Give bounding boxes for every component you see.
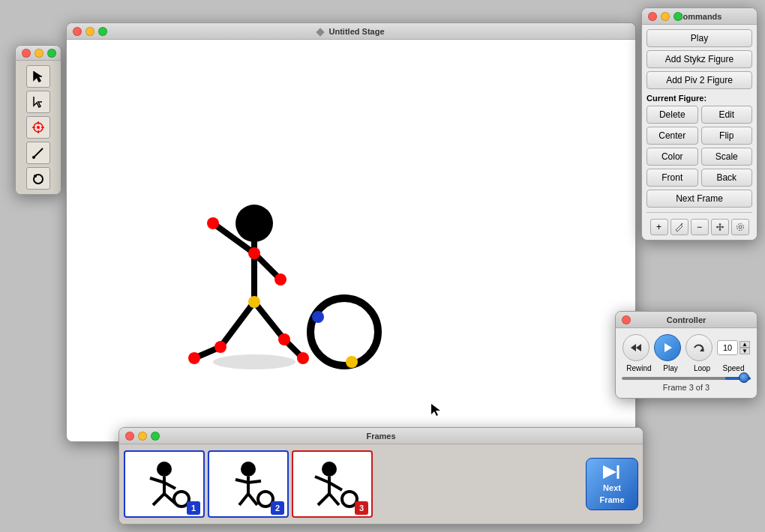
svg-point-27 xyxy=(310,298,378,366)
speed-stepper[interactable]: ▲ ▼ xyxy=(740,341,750,354)
stage-traffic-lights xyxy=(73,27,107,36)
commands-toolbar: + − xyxy=(646,219,752,235)
svg-point-20 xyxy=(274,273,286,285)
svg-line-14 xyxy=(220,302,254,347)
svg-point-9 xyxy=(34,175,37,178)
svg-point-38 xyxy=(739,226,742,229)
controller-close-btn[interactable] xyxy=(622,315,631,324)
svg-line-53 xyxy=(236,480,248,483)
svg-marker-37 xyxy=(722,226,724,229)
stage-zoom-btn[interactable] xyxy=(98,27,107,36)
flip-button[interactable]: Flip xyxy=(701,127,753,145)
stage-canvas[interactable] xyxy=(67,40,635,441)
play-button[interactable]: Play xyxy=(646,29,752,47)
next-frame-label-line2: Frame xyxy=(599,495,624,504)
arrow-select-2-tool[interactable] xyxy=(26,91,50,113)
slider-track[interactable] xyxy=(622,377,751,380)
minus-icon[interactable]: − xyxy=(691,219,709,235)
speed-control: 10 ▲ ▼ xyxy=(717,340,750,355)
svg-point-19 xyxy=(207,217,219,229)
controller-buttons: 10 ▲ ▼ xyxy=(622,334,751,361)
rewind-button[interactable] xyxy=(622,334,650,361)
controller-slider[interactable] xyxy=(622,377,751,380)
frames-minimize-btn[interactable] xyxy=(138,432,147,441)
next-frame-label-line1: Next xyxy=(603,483,621,492)
svg-point-58 xyxy=(322,462,337,477)
add-icon[interactable]: + xyxy=(650,219,668,235)
svg-line-61 xyxy=(329,483,342,490)
frame-2[interactable]: 2 xyxy=(208,450,289,518)
center-button[interactable]: Center xyxy=(646,127,698,145)
svg-line-60 xyxy=(315,477,329,483)
svg-point-51 xyxy=(241,462,256,477)
line-tool[interactable] xyxy=(26,142,50,164)
slider-thumb[interactable] xyxy=(739,372,749,383)
play-ctrl-button[interactable] xyxy=(654,334,681,361)
controller-labels: Rewind Play Loop Speed xyxy=(622,364,751,372)
target-tool[interactable] xyxy=(26,116,50,139)
toolbox-minimize-btn[interactable] xyxy=(34,49,44,58)
stage-close-btn[interactable] xyxy=(73,27,82,36)
svg-line-6 xyxy=(34,148,43,157)
commands-minimize-btn[interactable] xyxy=(661,12,670,21)
toolbox-zoom-btn[interactable] xyxy=(47,49,56,58)
svg-marker-41 xyxy=(636,344,641,351)
svg-point-21 xyxy=(214,341,226,353)
toolbox-titlebar xyxy=(16,46,61,61)
commands-body: Play Add Stykz Figure Add Piv 2 Figure C… xyxy=(642,25,757,240)
speed-up-btn[interactable]: ▲ xyxy=(740,341,750,348)
frame-2-number: 2 xyxy=(271,501,284,515)
frame-1-number: 1 xyxy=(187,501,200,515)
front-back-row: Front Back xyxy=(646,169,752,187)
add-piv2-button[interactable]: Add Piv 2 Figure xyxy=(646,71,752,89)
edit-button[interactable]: Edit xyxy=(701,106,753,124)
frames-close-btn[interactable] xyxy=(125,432,134,441)
frames-title: Frames xyxy=(366,432,395,441)
svg-point-29 xyxy=(346,356,358,368)
svg-marker-36 xyxy=(716,226,718,229)
next-frame-button[interactable]: Next Frame xyxy=(646,190,752,208)
svg-line-47 xyxy=(164,483,176,489)
arrow-select-tool[interactable] xyxy=(26,65,50,88)
front-button[interactable]: Front xyxy=(646,169,698,187)
svg-marker-30 xyxy=(431,404,440,416)
stage-window: Untitled Stage xyxy=(66,22,636,442)
frame-1-thumbnail xyxy=(136,460,193,509)
pencil-icon[interactable] xyxy=(670,219,688,235)
stage-minimize-btn[interactable] xyxy=(86,27,94,36)
svg-point-23 xyxy=(188,352,200,364)
svg-point-25 xyxy=(248,296,260,308)
commands-titlebar: Commands xyxy=(642,8,757,25)
frame-1[interactable]: 1 xyxy=(124,450,205,518)
stage-titlebar: Untitled Stage xyxy=(67,23,635,40)
controller-body: 10 ▲ ▼ Rewind Play Loop Speed Frame 3 of… xyxy=(616,328,757,398)
toolbox-close-btn[interactable] xyxy=(22,49,31,58)
loop-button[interactable] xyxy=(686,334,712,361)
add-stykz-button[interactable]: Add Stykz Figure xyxy=(646,50,752,68)
speed-down-btn[interactable]: ▼ xyxy=(740,348,750,354)
svg-point-24 xyxy=(297,352,309,364)
play-ctrl-label: Play xyxy=(657,364,684,372)
circle-tool[interactable] xyxy=(26,167,50,190)
svg-marker-65 xyxy=(603,465,616,479)
next-frame-frames-button[interactable]: Next Frame xyxy=(586,458,638,510)
svg-line-48 xyxy=(153,494,164,505)
svg-line-15 xyxy=(254,302,284,339)
frame-3[interactable]: 3 xyxy=(292,450,373,518)
move-icon[interactable] xyxy=(711,219,729,235)
commands-window: Commands Play Add Stykz Figure Add Piv 2… xyxy=(641,7,758,241)
scale-button[interactable]: Scale xyxy=(701,148,753,166)
svg-line-62 xyxy=(318,494,329,505)
current-figure-label: Current Figure: xyxy=(646,94,752,103)
svg-marker-42 xyxy=(664,343,672,352)
frames-zoom-btn[interactable] xyxy=(151,432,160,441)
commands-close-btn[interactable] xyxy=(648,12,657,21)
svg-point-39 xyxy=(736,224,743,231)
frames-titlebar: Frames xyxy=(119,428,643,444)
svg-marker-40 xyxy=(631,344,636,351)
back-button[interactable]: Back xyxy=(701,169,753,187)
color-button[interactable]: Color xyxy=(646,148,698,166)
gear-icon[interactable] xyxy=(731,219,749,235)
commands-zoom-btn[interactable] xyxy=(674,12,682,21)
delete-button[interactable]: Delete xyxy=(646,106,698,124)
